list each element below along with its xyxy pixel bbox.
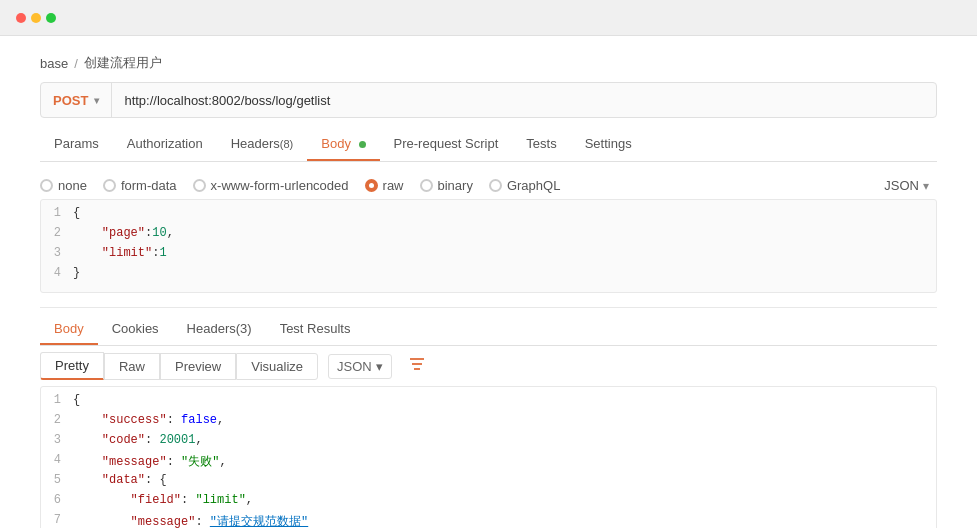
body-dot — [359, 141, 366, 148]
option-none[interactable]: none — [40, 178, 87, 193]
tab-body[interactable]: Body — [307, 128, 379, 161]
url-input[interactable] — [112, 93, 936, 108]
breadcrumb-separator: / — [74, 56, 78, 71]
req-line-4: 4 } — [41, 266, 936, 286]
top-tab-bar: Params Authorization Headers(8) Body Pre… — [40, 128, 937, 162]
resp-tab-headers[interactable]: Headers(3) — [173, 314, 266, 345]
response-toolbar: Pretty Raw Preview Visualize JSON ▾ — [40, 352, 937, 380]
radio-none — [40, 179, 53, 192]
title-bar — [0, 0, 977, 36]
url-bar: POST ▾ — [40, 82, 937, 118]
option-raw[interactable]: raw — [365, 178, 404, 193]
dot-maximize[interactable] — [46, 13, 56, 23]
resp-format-selector[interactable]: JSON ▾ — [328, 354, 392, 379]
main-content: base / 创建流程用户 POST ▾ Params Authorizatio… — [0, 36, 977, 528]
resp-visualize-btn[interactable]: Visualize — [236, 353, 318, 380]
method-label: POST — [53, 93, 88, 108]
divider — [40, 307, 937, 308]
radio-binary — [420, 179, 433, 192]
resp-preview-btn[interactable]: Preview — [160, 353, 236, 380]
resp-format-chevron: ▾ — [376, 359, 383, 374]
dot-close[interactable] — [16, 13, 26, 23]
option-binary[interactable]: binary — [420, 178, 473, 193]
app-container: base / 创建流程用户 POST ▾ Params Authorizatio… — [0, 0, 977, 528]
dot-minimize[interactable] — [31, 13, 41, 23]
req-line-3: 3 "limit":1 — [41, 246, 936, 266]
radio-graphql — [489, 179, 502, 192]
radio-raw — [365, 179, 378, 192]
option-form-data[interactable]: form-data — [103, 178, 177, 193]
resp-line-3: 3 "code": 20001, — [41, 433, 936, 453]
resp-pretty-btn[interactable]: Pretty — [40, 352, 104, 380]
req-line-2: 2 "page":10, — [41, 226, 936, 246]
option-x-www-form-urlencoded[interactable]: x-www-form-urlencoded — [193, 178, 349, 193]
method-chevron: ▾ — [94, 95, 99, 106]
tab-authorization[interactable]: Authorization — [113, 128, 217, 161]
method-selector[interactable]: POST ▾ — [41, 83, 112, 117]
tab-tests[interactable]: Tests — [512, 128, 570, 161]
resp-line-4: 4 "message": "失败", — [41, 453, 936, 473]
format-selector[interactable]: JSON ▾ — [884, 178, 937, 193]
response-tab-bar: Body Cookies Headers(3) Test Results — [40, 314, 937, 346]
response-section: Body Cookies Headers(3) Test Results Pre… — [40, 314, 937, 528]
request-editor[interactable]: 1 { 2 "page":10, 3 "limit":1 4 } — [40, 199, 937, 293]
resp-line-7: 7 "message": "请提交规范数据" — [41, 513, 936, 528]
tab-settings[interactable]: Settings — [571, 128, 646, 161]
format-label: JSON — [884, 178, 919, 193]
breadcrumb-base[interactable]: base — [40, 56, 68, 71]
resp-tab-testresults[interactable]: Test Results — [266, 314, 365, 345]
tab-prerequest[interactable]: Pre-request Script — [380, 128, 513, 161]
radio-form-data — [103, 179, 116, 192]
tab-headers[interactable]: Headers(8) — [217, 128, 308, 161]
breadcrumb: base / 创建流程用户 — [40, 46, 937, 82]
resp-tab-cookies[interactable]: Cookies — [98, 314, 173, 345]
breadcrumb-current: 创建流程用户 — [84, 54, 162, 72]
resp-format-label: JSON — [337, 359, 372, 374]
resp-line-1: 1 { — [41, 393, 936, 413]
tab-params[interactable]: Params — [40, 128, 113, 161]
resp-line-6: 6 "field": "limit", — [41, 493, 936, 513]
resp-line-2: 2 "success": false, — [41, 413, 936, 433]
option-graphql[interactable]: GraphQL — [489, 178, 560, 193]
resp-raw-btn[interactable]: Raw — [104, 353, 160, 380]
response-editor: 1 { 2 "success": false, 3 "code": 20001,… — [40, 386, 937, 528]
body-options: none form-data x-www-form-urlencoded raw… — [40, 170, 937, 199]
req-line-1: 1 { — [41, 206, 936, 226]
resp-filter-icon[interactable] — [400, 352, 434, 380]
resp-line-5: 5 "data": { — [41, 473, 936, 493]
radio-x-www — [193, 179, 206, 192]
resp-tab-body[interactable]: Body — [40, 314, 98, 345]
format-chevron: ▾ — [923, 179, 929, 193]
window-dots — [16, 13, 56, 23]
